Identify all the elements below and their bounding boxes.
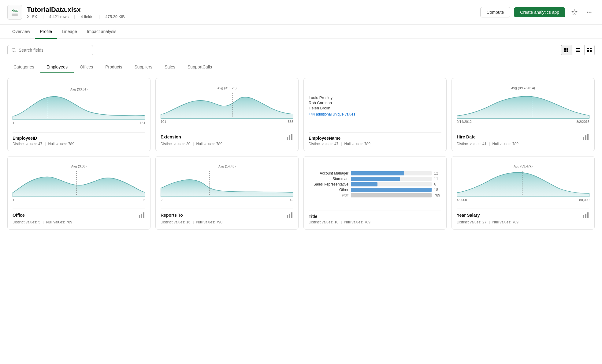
field-name: Year Salary [457,211,589,219]
svg-rect-16 [590,50,592,51]
chart-range: 1 161 [13,121,145,125]
null-label: Null values: 789 [344,142,370,146]
field-name: Office [13,211,145,219]
svg-rect-31 [143,212,144,218]
svg-rect-38 [585,214,586,218]
avg-label: Avg (53.47k) [457,164,589,168]
card-hire-date: Avg (8/17/2014) 9/14/2012 8/2/2016 Hire … [452,78,595,151]
doc-line [12,13,18,13]
card-title: Account Manager 12 Storeman 11 [303,156,447,230]
svg-point-2 [589,12,589,13]
svg-rect-22 [289,135,290,140]
sep3: | [99,14,100,19]
bar-label: Sales Representative [309,182,348,186]
bar-track [351,177,432,181]
tab-overview[interactable]: Overview [7,25,35,39]
file-icon: xlsx [7,5,22,20]
cat-tab-supportcalls[interactable]: SupportCalls [181,61,218,73]
bookmark-button[interactable] [569,7,580,18]
bar-label: Account Manager [309,171,348,175]
cat-tab-sales[interactable]: Sales [158,61,181,73]
tab-impact-analysis[interactable]: Impact analysis [82,25,121,39]
svg-rect-13 [587,48,589,49]
create-analytics-button[interactable]: Create analytics app [514,7,565,17]
cat-tab-products[interactable]: Products [99,61,128,73]
more-options-button[interactable] [584,7,595,18]
file-type-label: xlsx [12,9,17,12]
name-item: Louis Presley [309,95,441,100]
svg-rect-10 [576,48,580,49]
bar-track [351,182,432,186]
file-type: XLSX [27,14,37,19]
bar-value: 11 [434,177,441,181]
field-name: EmployeeName [309,136,441,141]
svg-point-1 [587,12,588,13]
bar-fill [351,188,432,192]
name-item: Helen Brolin [309,106,441,110]
bar-fill [351,171,404,175]
doc-line [12,15,18,16]
card-stats: Distinct values: 30 | Null values: 789 [161,142,293,146]
file-info: TutorialData.xlsx XLSX | 4,421 rows | 4 … [27,6,125,19]
bar-value: 789 [434,193,441,197]
chart-range: 9/14/2012 8/2/2016 [457,120,589,123]
search-box[interactable] [7,45,93,55]
tab-lineage[interactable]: Lineage [57,25,82,39]
bar-track [351,188,432,192]
bar-value: 18 [434,188,441,192]
chart-employee-id: Avg (33.51) 1 161 [13,83,145,129]
svg-rect-25 [583,137,584,140]
file-rows: 4,421 rows [49,14,69,19]
cat-tab-offices[interactable]: Offices [74,61,99,73]
chart-max: 5 [143,198,145,202]
svg-rect-7 [567,48,568,50]
table-view-button[interactable] [584,45,595,55]
card-footer: EmployeeName Distinct values: 47 | Null … [309,132,441,146]
cat-tab-employees[interactable]: Employees [40,61,74,73]
svg-rect-14 [590,48,592,49]
card-stats: Distinct values: 5 | Null values: 789 [13,220,145,224]
field-name: EmployeeID [13,136,145,141]
bar-chart: Account Manager 12 Storeman 11 [309,169,441,200]
chart-extension: Avg (311.23) 101 555 [161,83,293,126]
avg-label: Avg (3.06) [13,164,145,168]
svg-rect-29 [139,215,140,218]
tab-profile[interactable]: Profile [35,25,57,39]
null-label: Null values: 789 [46,220,72,224]
cat-tab-categories[interactable]: Categories [7,61,40,73]
list-view-button[interactable] [573,45,583,55]
list-icon [575,48,580,53]
search-icon [11,48,16,53]
card-stats: Distinct values: 41 | Null values: 789 [457,142,589,146]
card-stats: Distinct values: 10 | Null values: 789 [309,220,441,224]
view-controls [561,45,595,55]
svg-rect-26 [585,135,586,140]
category-tabs: Categories Employees Offices Products Su… [7,61,595,73]
chart-year-salary: Avg (53.47k) 45,000 80,000 [457,161,589,204]
card-footer: Office Distinct values: 5 | Null values:… [13,208,145,224]
grid-view-button[interactable] [561,45,571,55]
star-icon [571,9,578,15]
main-content: Categories Employees Offices Products Su… [0,39,602,236]
header-left: xlsx TutorialData.xlsx XLSX | 4,421 rows… [7,5,125,20]
distinct-label: Distinct values: 30 [161,142,190,146]
doc-lines [12,13,18,16]
cat-tab-suppliers[interactable]: Suppliers [128,61,158,73]
avg-label: Avg (33.51) [13,87,145,91]
null-label: Null values: 789 [196,142,222,146]
svg-rect-35 [291,212,292,218]
search-input[interactable] [19,48,89,53]
distinct-label: Distinct values: 47 [309,142,338,146]
svg-rect-17 [587,51,589,52]
svg-rect-12 [576,51,580,52]
name-list: Louis Presley Rob Carsson Helen Brolin +… [309,92,441,119]
chart-min: 45,000 [457,198,467,202]
chart-range: 1 5 [13,198,145,202]
svg-rect-21 [287,137,288,140]
chart-title: Account Manager 12 Storeman 11 [309,161,441,207]
distinct-label: Distinct values: 5 [13,220,40,224]
compute-button[interactable]: Compute [480,7,511,17]
card-footer: EmployeeID Distinct values: 47 | Null va… [13,132,145,146]
distribution-chart [13,92,145,120]
card-employee-id: Avg (33.51) 1 161 EmployeeID Distinct va… [7,78,150,151]
